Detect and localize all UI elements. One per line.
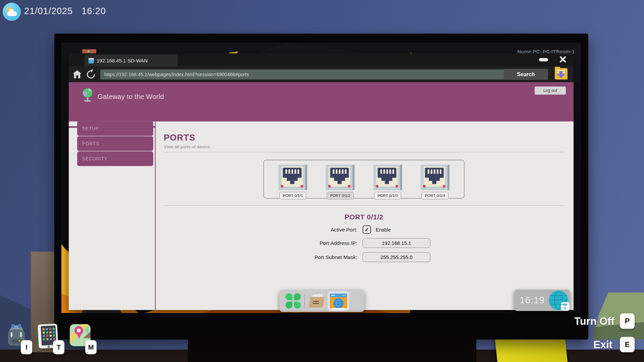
sidebar-item-label: SECURITY — [82, 156, 108, 161]
browser-window: 192.168.45.1 SD-WAN × Search Gateway to … — [69, 53, 574, 310]
bookmarks-folder-icon[interactable] — [555, 68, 568, 80]
key-hint-map: M — [85, 340, 97, 354]
site-content: SETUP PORTS SECURITY PORTS View all port… — [69, 121, 574, 310]
sidebar-item-label: PORTS — [82, 141, 99, 146]
exit-label[interactable]: Exit — [593, 339, 612, 351]
ip-label: Port Address IP: — [257, 240, 363, 246]
port-label[interactable]: PORT 0/1/4 — [422, 192, 448, 199]
key-hint-turn-off: P — [620, 313, 635, 329]
globe-icon — [82, 88, 93, 102]
divider — [164, 205, 564, 206]
enable-checkbox[interactable]: ✓ — [363, 225, 371, 234]
port-detail-form: Active Port: ✓ Enable Port Address IP: P… — [257, 225, 471, 262]
ports-box: PORT 0/1/1 PORT 0/1/2 — [263, 160, 465, 199]
browser-app-icon — [330, 294, 347, 308]
ip-input[interactable] — [363, 238, 430, 248]
key-hint-tablet: T — [53, 340, 64, 354]
os-taskbar — [279, 290, 364, 312]
ethernet-port-icon — [278, 165, 307, 190]
taskbar-clock: 16:19 — [520, 295, 545, 306]
page-subtitle: View all ports of device. — [164, 144, 564, 149]
site-brand: Gateway to the World — [98, 93, 164, 101]
site-header: Gateway to the World Log out — [69, 82, 574, 121]
sidebar: SETUP PORTS SECURITY — [69, 121, 156, 310]
tab-title: 192.168.45.1 SD-WAN — [97, 58, 148, 63]
ethernet-port-icon — [373, 165, 402, 190]
turn-off-label[interactable]: Turn Off — [574, 315, 614, 327]
hud-date: 21/01/2025 — [24, 6, 73, 16]
home-icon[interactable] — [73, 70, 82, 79]
app-launcher-icon[interactable] — [285, 293, 301, 309]
sidebar-item-security[interactable]: SECURITY — [77, 152, 153, 166]
port-card[interactable]: PORT 0/1/2 — [322, 165, 359, 199]
form-row-ip: Port Address IP: — [257, 238, 471, 248]
subnet-mask-label: Port Subnet Mask: — [257, 254, 363, 260]
sidebar-item-label: SETUP — [82, 126, 99, 131]
ethernet-port-icon — [326, 165, 355, 190]
port-label[interactable]: PORT 0/1/1 — [279, 192, 306, 199]
browser-tab[interactable]: 192.168.45.1 SD-WAN — [85, 55, 178, 66]
tab-favicon-icon — [89, 58, 94, 63]
game-scene: Nome PC: PC-ITRoom-1 192.168.45.1 SD-WAN… — [0, 0, 644, 362]
port-card[interactable]: PORT 0/1/1 — [274, 165, 311, 199]
hud-datetime: 21/01/202516:20 — [24, 6, 115, 16]
form-row-mask: Port Subnet Mask: — [257, 252, 471, 262]
key-hint-inventory: I — [21, 340, 32, 354]
form-row-active: Active Port: ✓ Enable — [257, 225, 471, 234]
subnet-mask-input[interactable] — [363, 252, 430, 262]
network-globe-icon[interactable] — [549, 291, 568, 310]
port-label-selected[interactable]: PORT 0/1/2 — [327, 192, 354, 199]
key-hint-exit: E — [620, 337, 635, 352]
browser-titlebar: 192.168.45.1 SD-WAN × — [69, 53, 574, 66]
active-port-label: Active Port: — [257, 227, 363, 233]
main-panel: PORTS View all ports of device. PORT 0/1… — [156, 121, 574, 310]
taskbar-clock-panel[interactable]: 16:19 — [514, 290, 570, 311]
pc-screen[interactable]: Nome PC: PC-ITRoom-1 192.168.45.1 SD-WAN… — [61, 43, 581, 313]
divider — [164, 152, 564, 152]
wifi-icon — [561, 302, 570, 311]
url-input[interactable] — [100, 69, 510, 80]
port-card[interactable]: PORT 0/1/4 — [417, 165, 453, 199]
hud-time: 16:20 — [82, 6, 106, 16]
close-button[interactable]: × — [559, 53, 567, 66]
refresh-icon[interactable] — [85, 69, 97, 80]
minimize-button[interactable] — [539, 58, 548, 61]
port-card[interactable]: PORT 0/1/3 — [369, 165, 406, 199]
weather-icon — [3, 3, 21, 21]
taskbar-divider — [304, 294, 305, 308]
enable-label: Enable — [376, 227, 391, 232]
logout-button[interactable]: Log out — [535, 87, 566, 95]
search-button[interactable]: Search — [504, 69, 548, 80]
monitor-stand-shadow — [188, 338, 476, 362]
page-title: PORTS — [164, 133, 564, 143]
sidebar-item-setup[interactable]: SETUP — [77, 121, 153, 136]
sidebar-item-ports[interactable]: PORTS — [77, 137, 153, 151]
ethernet-port-icon — [421, 165, 449, 190]
browser-app-active[interactable] — [328, 291, 349, 311]
port-detail-title: PORT 0/1/2 — [164, 213, 564, 221]
browser-toolbar: Search — [69, 66, 574, 82]
file-explorer-icon[interactable] — [308, 294, 326, 308]
port-label[interactable]: PORT 0/1/3 — [374, 192, 401, 199]
